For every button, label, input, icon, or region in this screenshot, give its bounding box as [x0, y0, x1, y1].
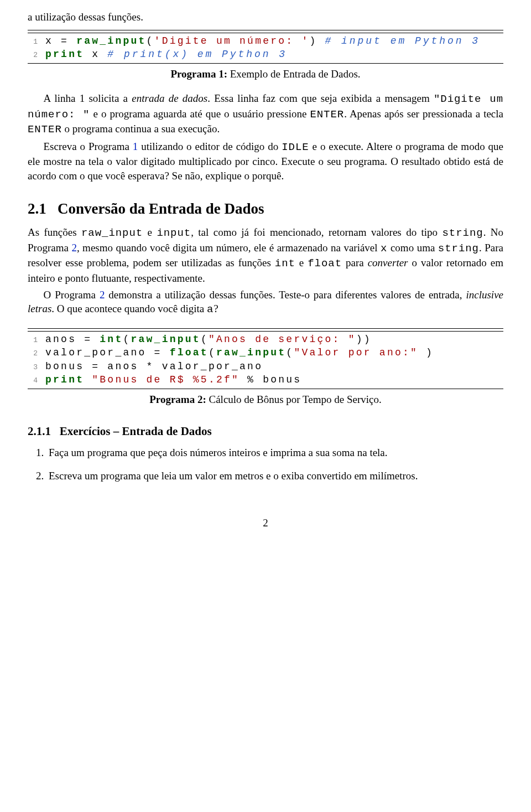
- line-number: 4: [28, 376, 38, 386]
- paragraph: O Programa 2 demonstra a utilização dess…: [28, 288, 503, 317]
- subsection-heading-2-1-1: 2.1.1 Exercícios – Entrada de Dados: [28, 423, 503, 439]
- code-text: bonus = anos * valor_por_ano: [45, 360, 263, 373]
- code-text: valor_por_ano = float(raw_input("Valor p…: [45, 346, 434, 359]
- ref-link[interactable]: 2: [100, 289, 105, 301]
- code-listing-1-body: 1 x = raw_input('Digite um número: ') # …: [28, 33, 503, 61]
- rule: [28, 63, 503, 64]
- line-number: 3: [28, 363, 38, 373]
- code-listing-2: [28, 328, 503, 329]
- line-number: 1: [28, 335, 38, 345]
- code-line: 4print "Bonus de R$ %5.2f" % bonus: [28, 373, 503, 386]
- paragraph: As funções raw_input e input, tal como j…: [28, 225, 503, 286]
- exercise-item: Escreva um programa que leia um valor em…: [46, 469, 503, 483]
- code-line: 2valor_por_ano = float(raw_input("Valor …: [28, 346, 503, 359]
- code-line: 1anos = int(raw_input("Anos de serviço: …: [28, 333, 503, 346]
- ref-link[interactable]: 1: [133, 141, 138, 152]
- code-text: x = raw_input('Digite um número: ') # in…: [45, 34, 480, 48]
- line-number: 1: [28, 37, 38, 47]
- ref-link[interactable]: 2: [71, 242, 77, 254]
- code-text: print "Bonus de R$ %5.2f" % bonus: [45, 373, 301, 386]
- listing-caption-2: Programa 2: Cálculo de Bônus por Tempo d…: [28, 392, 503, 407]
- code-line: 2 print x # print(x) em Python 3: [28, 48, 503, 61]
- code-line: 1 x = raw_input('Digite um número: ') # …: [28, 34, 503, 48]
- code-listing-2-body: 1anos = int(raw_input("Anos de serviço: …: [28, 331, 503, 386]
- rule: [28, 389, 503, 389]
- code-text: anos = int(raw_input("Anos de serviço: "…: [45, 333, 372, 346]
- paragraph: Escreva o Programa 1 utilizando o editor…: [28, 139, 503, 183]
- section-heading-2-1: 2.1 Conversão da Entrada de Dados: [28, 199, 503, 219]
- line-number: 2: [28, 349, 38, 359]
- exercise-item: Faça um programa que peça dois números i…: [46, 446, 503, 460]
- paragraph: A linha 1 solicita a entrada de dados. E…: [28, 91, 503, 137]
- exercise-list: Faça um programa que peça dois números i…: [28, 446, 503, 483]
- code-text: print x # print(x) em Python 3: [45, 48, 287, 61]
- line-number: 2: [28, 50, 38, 60]
- code-line: 3bonus = anos * valor_por_ano: [28, 360, 503, 373]
- listing-caption-1: Programa 1: Exemplo de Entrada de Dados.: [28, 67, 503, 81]
- page-number: 2: [28, 516, 503, 530]
- intro-line: a utilização dessas funções.: [28, 10, 503, 24]
- code-listing-1: [28, 30, 503, 30]
